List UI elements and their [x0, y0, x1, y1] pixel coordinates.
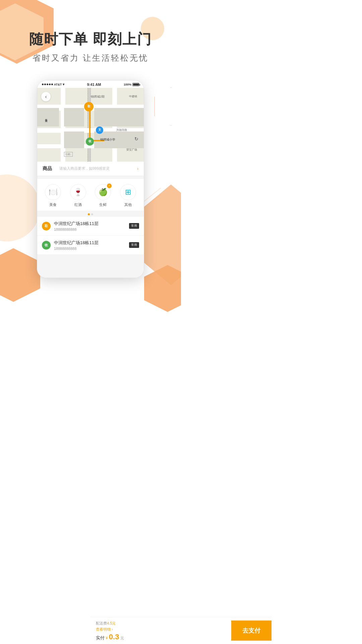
wifi-icon: ▾ [63, 83, 64, 86]
signal-dot-2 [44, 84, 46, 85]
product-arrow-icon: › [137, 166, 138, 171]
product-input-row[interactable]: 商品 请输入商品要求，如999感冒灵 › [37, 162, 144, 176]
delivery-address-row[interactable]: 收 中润世纪广场18栋11层 18888888888 常用 [37, 236, 144, 255]
dot-inactive [91, 213, 93, 215]
pickup-common-tag: 常用 [129, 223, 139, 229]
map-block-2 [37, 108, 59, 126]
back-icon: ‹ [45, 94, 47, 99]
pickup-address-phone: 18888888888 [54, 227, 129, 231]
signal-dot-1 [42, 84, 44, 85]
map-label-qilu: 齐鲁大道 [44, 116, 48, 118]
product-label: 商品 [43, 166, 56, 172]
category-shengxian[interactable]: 🍏 ✓ 生鲜 [93, 184, 113, 207]
status-time: 9:41 AM [87, 83, 101, 87]
pickup-pin: 取 [84, 102, 94, 111]
category-dots [37, 213, 144, 217]
battery-fill [133, 84, 139, 86]
route-line-vertical [89, 107, 90, 141]
category-shengxian-check: ✓ [107, 183, 112, 188]
category-shengxian-icon-wrap: 🍏 ✓ [95, 184, 111, 200]
map-area: 锦绣城2期 中建锦 齐鲁大道 锦绣城小学 兴福寺路 荣宝广场 往建↕ 取 收 文 [37, 88, 144, 162]
map-label-jinxiu-school: 锦绣城小学 [100, 138, 115, 142]
map-block-4 [94, 108, 121, 126]
status-left: AT&T ▾ [42, 83, 64, 86]
phone-mockup: AT&T ▾ 9:41 AM 100% [37, 80, 144, 278]
map-label-rongbao: 荣宝广场 [126, 148, 137, 152]
map-block-5 [119, 108, 144, 126]
category-hongjiu[interactable]: 🍷 红酒 [68, 184, 88, 207]
blue-pin: 文 [96, 126, 103, 134]
delivery-address-main: 中润世纪广场18栋11层 [54, 240, 129, 246]
hero-title: 随时下单 即刻上门 [20, 30, 161, 49]
category-section: 🍽️ 美食 🍷 红酒 🍏 ✓ [37, 179, 144, 211]
delivery-address-phone: 18888888888 [54, 247, 129, 251]
hero-section: 随时下单 即刻上门 省时又省力 让生活轻松无忧 [0, 0, 181, 70]
category-meishi[interactable]: 🍽️ 美食 [43, 184, 63, 207]
map-label-wangjian: 往建↕ [64, 152, 73, 157]
battery-percent: 100% [124, 83, 131, 86]
main-content: 随时下单 即刻上门 省时又省力 让生活轻松无忧 AT&T ▾ [0, 0, 181, 278]
category-meishi-icon: 🍽️ [49, 188, 58, 197]
signal-dot-4 [49, 84, 51, 85]
category-shengxian-label: 生鲜 [99, 202, 107, 207]
card-area: 商品 请输入商品要求，如999感冒灵 › 🍽️ 美食 🍷 [37, 162, 144, 278]
category-other-label: 其他 [124, 202, 132, 207]
signal-dots [42, 84, 53, 85]
pickup-address-pin: 取 [42, 222, 51, 230]
category-shengxian-icon: 🍏 [99, 188, 108, 197]
map-block-6 [119, 131, 144, 148]
category-hongjiu-icon-wrap: 🍷 [70, 184, 86, 200]
map-block-1 [64, 108, 84, 126]
category-other[interactable]: ⊞ 其他 [118, 184, 138, 207]
delivery-pin: 收 [86, 138, 94, 146]
address-section: 取 中润世纪广场18栋11层 18888888888 常用 收 中润世纪广场18… [37, 217, 144, 255]
map-label-zhongjian: 中建锦 [129, 95, 137, 98]
delivery-address-pin: 收 [42, 241, 51, 250]
signal-dot-3 [47, 84, 48, 85]
signal-dot-5 [51, 84, 53, 85]
category-hongjiu-label: 红酒 [74, 202, 82, 207]
pickup-address-info: 中润世纪广场18栋11层 18888888888 [54, 221, 129, 231]
category-meishi-label: 美食 [49, 202, 57, 207]
category-other-icon: ⊞ [125, 188, 131, 197]
category-other-icon-wrap: ⊞ [120, 184, 136, 200]
pickup-address-main: 中润世纪广场18栋11层 [54, 221, 129, 227]
product-hint: 请输入商品要求，如999感冒灵 [59, 166, 137, 171]
map-block-3 [64, 131, 84, 148]
map-label-jinxiu2: 锦绣城2期 [91, 95, 105, 99]
delivery-address-info: 中润世纪广场18栋11层 18888888888 [54, 240, 129, 251]
category-meishi-icon-wrap: 🍽️ [45, 184, 61, 200]
delivery-common-tag: 常用 [129, 242, 139, 248]
category-hongjiu-icon: 🍷 [73, 188, 82, 197]
battery-icon [132, 83, 139, 86]
carrier-name: AT&T [54, 83, 62, 86]
status-right: 100% [124, 83, 139, 86]
refresh-button[interactable]: ↻ [134, 136, 138, 142]
back-button[interactable]: ‹ [41, 92, 51, 101]
status-bar: AT&T ▾ 9:41 AM 100% [37, 80, 144, 88]
dot-active [88, 213, 90, 215]
hero-subtitle: 省时又省力 让生活轻松无忧 [20, 53, 161, 63]
pickup-address-row[interactable]: 取 中润世纪广场18栋11层 18888888888 常用 [37, 217, 144, 236]
phone-mockup-wrapper: AT&T ▾ 9:41 AM 100% [0, 80, 181, 278]
map-label-xingfusi: 兴福寺路 [116, 128, 127, 132]
